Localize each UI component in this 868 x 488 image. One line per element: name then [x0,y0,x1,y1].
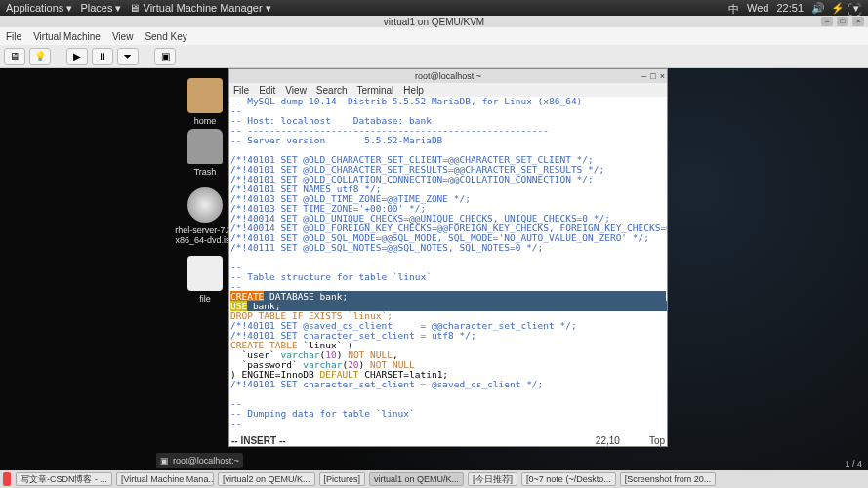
terminal-window[interactable]: root@localhost:~ –□× File Edit View Sear… [228,68,668,447]
details-button[interactable]: 💡 [29,48,51,65]
window-titlebar[interactable]: virtual1 on QEMU/KVM – □ × [0,16,868,27]
menu-file[interactable]: File [6,31,21,42]
menu-view[interactable]: View [112,31,134,42]
vmm-menubar: File Virtual Machine View Send Key [0,27,868,45]
taskbar-item[interactable]: [Screenshot from 20... [620,472,717,486]
gnome-topbar: Applications ▾ Places ▾ 🖥 Virtual Machin… [0,0,868,16]
taskbar-item[interactable]: [virtual2 on QEMU/K... [218,472,315,486]
power-icon[interactable]: ⚡ [831,2,843,14]
minimize-button[interactable]: – [821,17,833,26]
trash-icon[interactable]: Trash [176,129,234,177]
shutdown-button[interactable]: ⏷ [117,48,139,65]
vim-statusline: -- INSERT -- 22,10 Top [229,435,667,446]
fullscreen-button[interactable]: ⛶ [845,2,864,21]
term-close[interactable]: × [660,71,665,81]
term-min[interactable]: – [641,71,646,81]
term-menu-view[interactable]: View [285,85,307,96]
places-menu[interactable]: Places ▾ [80,2,121,15]
file-icon[interactable]: file [176,256,234,304]
taskbar-item[interactable]: [Pictures] [319,472,366,486]
taskbar-item[interactable]: [今日推荐] [468,472,517,486]
menu-vm[interactable]: Virtual Machine [33,31,101,42]
workspace-indicator[interactable]: 1 / 4 [845,459,862,468]
vmm-toolbar: 🖥 💡 ▶ ⏸ ⏷ ▣ ⛶ [0,45,868,68]
term-max[interactable]: □ [650,71,655,81]
term-menu-help[interactable]: Help [403,85,424,96]
guest-desktop[interactable]: home Trash rhel-server-7.3-x86_64-dvd.is… [0,68,868,470]
terminal-menubar: File Edit View Search Terminal Help [229,83,667,97]
home-icon[interactable]: home [176,78,234,126]
activities-icon[interactable] [3,472,11,486]
term-menu-terminal[interactable]: Terminal [357,85,394,96]
terminal-content[interactable]: -- MySQL dump 10.14 Distrib 5.5.52-Maria… [229,97,667,435]
terminal-titlebar[interactable]: root@localhost:~ –□× [229,69,667,83]
host-taskbar: 写文章-CSDN博客 - ... [Virtual Machine Mana..… [0,470,868,488]
input-method[interactable]: 中 ▾ [727,2,739,14]
taskbar-item[interactable]: [Virtual Machine Mana... [116,472,214,486]
taskbar-item-active[interactable]: virtual1 on QEMU/K... [369,472,464,486]
volume-icon[interactable]: 🔊 [811,2,823,14]
term-menu-search[interactable]: Search [316,85,348,96]
vmm-menu[interactable]: 🖥 Virtual Machine Manager ▾ [129,2,270,15]
console-button[interactable]: 🖥 [4,48,25,65]
menu-sendkey[interactable]: Send Key [145,31,186,42]
clock-day[interactable]: Wed [747,2,768,14]
window-title: virtual1 on QEMU/KVM [384,17,484,27]
applications-menu[interactable]: Applications ▾ [6,2,72,15]
snapshot-button[interactable]: ▣ [154,48,176,65]
taskbar-item[interactable]: 写文章-CSDN博客 - ... [16,472,112,486]
taskbar-item[interactable]: [0~7 note (~/Deskto... [521,472,616,486]
vim-position: 22,10 [596,435,620,446]
guest-taskbar-item[interactable]: ▣ root@localhost:~ [156,453,243,468]
vim-scroll: Top [649,435,665,446]
vim-mode: -- INSERT -- [231,435,286,446]
term-menu-edit[interactable]: Edit [259,85,275,96]
play-button[interactable]: ▶ [66,48,88,65]
pause-button[interactable]: ⏸ [92,48,113,65]
vm-console[interactable]: home Trash rhel-server-7.3-x86_64-dvd.is… [0,68,868,470]
clock-time[interactable]: 22:51 [776,2,804,14]
term-menu-file[interactable]: File [233,85,249,96]
